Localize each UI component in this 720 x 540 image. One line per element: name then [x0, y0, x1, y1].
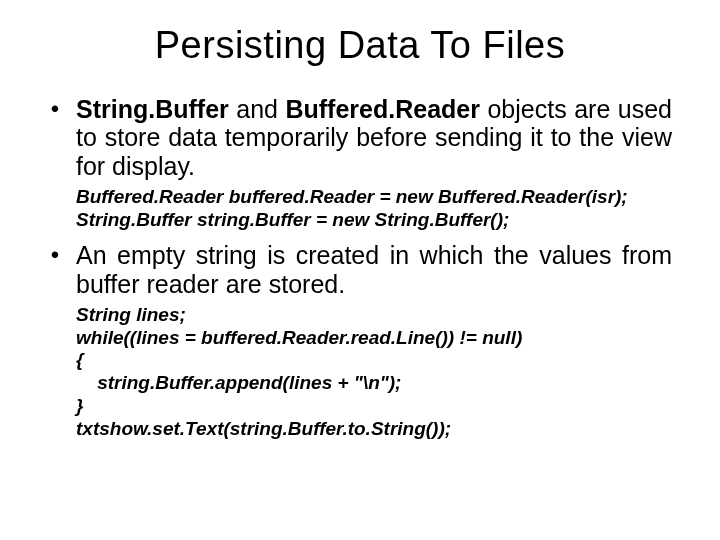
bullet-item: • String.Buffer and Buffered.Reader obje…: [48, 95, 672, 180]
slide-title: Persisting Data To Files: [48, 24, 672, 67]
code-block: String lines; while((lines = buffered.Re…: [76, 304, 672, 441]
bullet-marker: •: [48, 95, 62, 123]
bullet-item: • An empty string is created in which th…: [48, 241, 672, 298]
bullet-marker: •: [48, 241, 62, 269]
bullet-text: String.Buffer and Buffered.Reader object…: [76, 95, 672, 180]
code-block: Buffered.Reader buffered.Reader = new Bu…: [76, 186, 672, 232]
bold-term: Buffered.Reader: [285, 95, 480, 123]
bold-term: String.Buffer: [76, 95, 229, 123]
bullet-text: An empty string is created in which the …: [76, 241, 672, 298]
text-span: and: [229, 95, 286, 123]
